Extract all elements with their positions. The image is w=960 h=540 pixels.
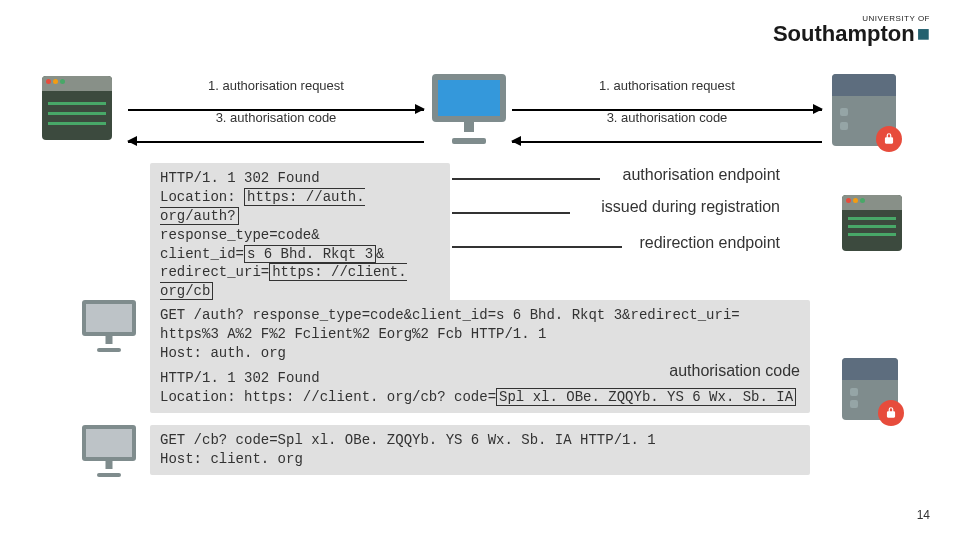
highlight-client-id: s 6 Bhd. Rkqt 3	[244, 245, 376, 263]
lock-icon	[876, 126, 902, 152]
logo-main-text: Southampton■	[773, 23, 930, 45]
lock-icon	[878, 400, 904, 426]
client-server-icon	[42, 76, 112, 140]
annotation-redirection-endpoint: redirection endpoint	[639, 234, 780, 252]
user-monitor-icon	[428, 74, 510, 144]
http-get-auth-request: GET /auth? response_type=code&client_id=…	[150, 300, 810, 369]
connector-line	[452, 246, 622, 248]
annotation-auth-endpoint: authorisation endpoint	[623, 166, 780, 184]
annotation-authorisation-code: authorisation code	[669, 362, 800, 380]
page-number: 14	[917, 508, 930, 522]
http-response-302-redirect-to-auth: HTTP/1. 1 302 Found Location: https: //a…	[150, 163, 450, 307]
auth-server-icon	[832, 74, 896, 146]
connector-line	[452, 178, 600, 180]
annotation-issued-during-registration: issued during registration	[601, 198, 780, 216]
connector-line	[452, 212, 570, 214]
auth-server-icon-small	[842, 358, 898, 420]
user-monitor-small-icon	[80, 300, 138, 352]
user-monitor-small-icon	[80, 425, 138, 477]
highlight-auth-code: Spl xl. OBe. ZQQYb. YS 6 Wx. Sb. IA	[496, 388, 796, 406]
http-get-callback-request: GET /cb? code=Spl xl. OBe. ZQQYb. YS 6 W…	[150, 425, 810, 475]
arrow-step3-right: 3. authorisation code	[512, 128, 822, 154]
university-logo: UNIVERSITY OF Southampton■	[773, 14, 930, 45]
client-server-icon-small	[842, 195, 902, 251]
arrow-step3-left: 3. authorisation code	[128, 128, 424, 154]
